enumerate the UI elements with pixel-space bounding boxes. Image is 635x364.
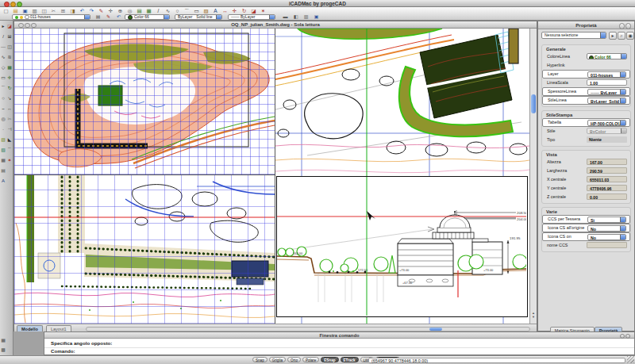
line-tool-icon[interactable]: / xyxy=(154,8,163,14)
horizontal-scroll-thumb[interactable] xyxy=(429,328,442,331)
transparency-icon[interactable]: ▥ xyxy=(302,14,310,20)
arc-tool-icon[interactable]: ⌒ xyxy=(183,8,191,14)
dock-extra-icon-2[interactable]: ▩ xyxy=(0,347,6,354)
cut-icon[interactable]: ✂ xyxy=(49,8,58,14)
scale-icon[interactable]: ↘ xyxy=(6,95,13,102)
linestyle-combo-stepper-icon[interactable] xyxy=(216,15,221,19)
scroll-arrows-icon[interactable]: ▲▼ xyxy=(530,311,537,319)
polyline-tool-icon[interactable]: ∿ xyxy=(164,8,172,14)
palette-close-icon[interactable] xyxy=(625,23,632,29)
select-entities-icon[interactable]: ▸ xyxy=(609,32,617,40)
lineweight-combo-stepper-icon[interactable] xyxy=(269,15,275,19)
select-cursor-icon[interactable]: ▸ xyxy=(0,23,6,30)
tab-layout1[interactable]: Layout1 xyxy=(46,325,71,331)
point-icon[interactable]: · xyxy=(0,126,6,133)
pan-icon[interactable]: ✛ xyxy=(106,8,115,14)
dock-extra-icon-1[interactable]: ▦ xyxy=(0,337,6,344)
new-file-icon[interactable]: ▢ xyxy=(2,8,10,14)
array-icon[interactable]: ▦ xyxy=(6,64,13,71)
open-folder-icon[interactable]: ▤ xyxy=(11,8,20,14)
copy-tool-icon[interactable]: ⊞ xyxy=(6,33,13,40)
resize-grip-icon[interactable] xyxy=(627,356,634,363)
command-button-icon[interactable] xyxy=(620,334,625,339)
extend-icon[interactable]: ⊣ xyxy=(6,126,13,133)
explode-icon[interactable]: ✶ xyxy=(259,8,267,14)
horizontal-scrollbar[interactable] xyxy=(86,327,530,331)
lineweight-settings-icon[interactable]: ◧ xyxy=(291,14,300,20)
command-close-icon[interactable] xyxy=(625,334,631,339)
lineweight-combo[interactable]: ─── ByLayer xyxy=(228,14,275,20)
rectangle-tool-icon[interactable]: ▭ xyxy=(192,8,201,14)
zoom-window-icon[interactable]: ⊕ xyxy=(116,8,125,14)
make-layer-current-icon[interactable]: ✎ xyxy=(104,14,113,20)
command-titlebar[interactable]: Finestra comando xyxy=(44,332,634,339)
color-combo[interactable]: Color 66 xyxy=(125,14,170,20)
layer-combo-stepper-icon[interactable] xyxy=(84,15,90,19)
undo-icon[interactable]: ↶ xyxy=(78,8,87,14)
status-toggle-snap[interactable]: Snap xyxy=(252,357,267,362)
zoom-extents-icon[interactable]: ◎ xyxy=(125,8,134,14)
move-tool-icon[interactable]: ✛ xyxy=(6,75,13,82)
chamfer-icon[interactable]: ◣ xyxy=(6,136,13,144)
linestyle-combo[interactable]: ByLayer Solid line xyxy=(175,14,222,20)
copy-icon[interactable]: ⊞ xyxy=(59,8,67,14)
vertical-scrollbar[interactable]: ▲▼ xyxy=(529,29,537,324)
line-icon[interactable]: / xyxy=(0,33,6,40)
layer-combo[interactable]: 011-houses xyxy=(12,14,90,20)
status-toggle-orto[interactable]: Orto xyxy=(287,357,301,362)
document-titlebar[interactable]: OQ_NP_julian_Smith.dwg - Sola lettura xyxy=(14,21,537,29)
viewport-elevation[interactable]: 208.50 204.00 191.95 xyxy=(276,176,528,317)
layers-icon[interactable]: ▤ xyxy=(135,8,144,14)
gradient-icon[interactable]: ▧ xyxy=(0,147,6,154)
color-combo-stepper-icon[interactable] xyxy=(164,15,169,19)
entity-properties-icon[interactable]: ▣ xyxy=(312,14,321,20)
offset-icon[interactable]: ≋ xyxy=(6,54,13,61)
rectangle-icon[interactable]: ▭ xyxy=(0,75,6,82)
tab-modello[interactable]: Modello xyxy=(17,325,43,331)
save-icon[interactable]: ▣ xyxy=(21,8,29,14)
layer-properties-icon[interactable]: ▦ xyxy=(144,8,153,14)
ellipse-icon[interactable]: ◎ xyxy=(0,116,6,123)
palette-button-icon[interactable] xyxy=(619,23,625,29)
rotate-icon[interactable]: ↻ xyxy=(240,8,248,14)
layer-states-icon[interactable]: ▤ xyxy=(94,14,102,20)
viewport-bottomleft-landscape[interactable] xyxy=(14,174,275,324)
match-properties-icon[interactable]: ✎ xyxy=(97,8,106,14)
construction-line-icon[interactable]: — xyxy=(0,44,6,51)
region-icon[interactable]: ▦ xyxy=(0,157,6,164)
plot-icon[interactable]: ▥ xyxy=(30,8,39,14)
selection-stepper-icon[interactable] xyxy=(600,33,606,38)
status-toggle-esnap[interactable]: ESnap xyxy=(321,357,338,362)
command-prompt[interactable]: Comando: xyxy=(51,348,75,354)
erase-icon[interactable]: ◪ xyxy=(249,8,258,14)
mtext-icon[interactable]: A xyxy=(0,178,6,185)
mirror-icon[interactable]: ◫ xyxy=(6,44,13,51)
erase-tool-icon[interactable]: ◪ xyxy=(6,23,13,30)
status-toggle-griglia[interactable]: Griglia xyxy=(269,357,286,362)
status-toggle-etrack[interactable]: ETrack xyxy=(341,357,359,362)
status-toggle-polare[interactable]: Polare xyxy=(302,357,319,362)
circle-tool-icon[interactable]: ○ xyxy=(173,8,182,14)
quick-select-icon[interactable]: ⌕ xyxy=(618,32,625,40)
stretch-icon[interactable]: ↔ xyxy=(6,105,13,113)
polyline-icon[interactable]: ∿ xyxy=(0,54,6,61)
trim-icon[interactable]: ✂ xyxy=(6,116,13,123)
toggle-value-icon[interactable]: ◉ xyxy=(626,32,634,40)
paste-icon[interactable]: ◨ xyxy=(68,8,77,14)
arc-icon[interactable]: ⌒ xyxy=(0,85,6,92)
plot-style-icon[interactable]: ▬ xyxy=(281,14,290,20)
vertical-scroll-thumb[interactable] xyxy=(531,94,536,113)
layer-previous-icon[interactable]: ↶ xyxy=(114,14,123,20)
table-icon[interactable]: ▤ xyxy=(0,167,6,174)
selection-combo[interactable]: Nessuna selezione xyxy=(541,32,606,39)
dimension-icon[interactable]: ↔ xyxy=(221,8,229,14)
move-icon[interactable]: ✛ xyxy=(230,8,239,14)
circle-icon[interactable]: ○ xyxy=(0,95,6,102)
polygon-icon[interactable]: ◇ xyxy=(0,64,6,71)
fillet-icon[interactable]: ⌒ xyxy=(6,147,13,154)
hatch-icon[interactable]: ▨ xyxy=(0,136,6,144)
hatch-tool-icon[interactable]: ▨ xyxy=(202,8,210,14)
spline-icon[interactable]: ~ xyxy=(0,105,6,113)
viewport-topleft-masterplan[interactable] xyxy=(14,29,275,174)
redo-icon[interactable]: ↷ xyxy=(87,8,96,14)
